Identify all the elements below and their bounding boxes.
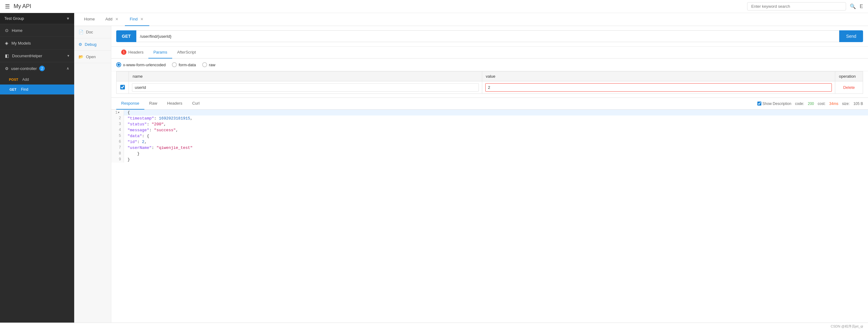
sidebar-item-my-models[interactable]: ◈ My Models bbox=[0, 37, 74, 50]
response-tab-curl[interactable]: Curl bbox=[187, 98, 205, 110]
response-tab-response-label: Response bbox=[121, 101, 140, 106]
code-line: 3"status": "200", bbox=[111, 121, 868, 127]
params-table: name value operation bbox=[116, 71, 863, 94]
controller-badge: 2 bbox=[39, 65, 45, 71]
response-tab-response[interactable]: Response bbox=[116, 98, 144, 110]
code-line: 6"id": 2, bbox=[111, 139, 868, 145]
response-tab-raw[interactable]: Raw bbox=[144, 98, 162, 110]
show-description-checkbox[interactable] bbox=[757, 102, 762, 106]
url-input[interactable] bbox=[136, 30, 840, 42]
panel-tab-headers[interactable]: 1 Headers bbox=[116, 47, 148, 58]
col-value: value bbox=[482, 72, 835, 81]
home-icon: ⊙ bbox=[5, 28, 9, 33]
group-selector[interactable]: Test Group ▼ bbox=[0, 13, 74, 24]
endpoint-add-label: Add bbox=[22, 77, 29, 82]
tab-add[interactable]: Add ✕ bbox=[100, 13, 124, 26]
panel-tab-headers-label: Headers bbox=[128, 50, 144, 54]
code-line: 9} bbox=[111, 157, 868, 163]
panel-tab-afterscript[interactable]: AfterScript bbox=[172, 47, 201, 58]
option-raw[interactable]: raw bbox=[202, 62, 215, 67]
tab-home-label: Home bbox=[84, 17, 95, 21]
panel-tabs: 1 Headers Params AfterScript bbox=[111, 47, 868, 58]
show-description-label[interactable]: Show Description bbox=[757, 102, 791, 106]
row-delete-button[interactable]: Delete bbox=[843, 85, 855, 90]
menu-icon[interactable]: ☰ bbox=[5, 3, 10, 10]
option-x-www-form-urlencoded[interactable]: x-www-form-urlencoded bbox=[116, 62, 166, 67]
tab-add-close[interactable]: ✕ bbox=[114, 17, 119, 22]
sidebar-item-document-helper[interactable]: ◧ DocumentHelper ▾ bbox=[0, 50, 74, 62]
response-tab-headers[interactable]: Headers bbox=[162, 98, 187, 110]
sidebar: Test Group ▼ ⊙ Home ◈ My Models ◧ Docume… bbox=[0, 13, 74, 323]
tab-home[interactable]: Home bbox=[79, 13, 100, 26]
tabs-bar: Home Add ✕ Find ✕ bbox=[74, 13, 868, 26]
controller-name: user-controller bbox=[11, 66, 37, 71]
app-title: My API bbox=[13, 3, 743, 9]
row-op-cell: Delete bbox=[835, 81, 863, 94]
col-operation: operation bbox=[835, 72, 863, 81]
row-name-cell bbox=[129, 81, 482, 94]
row-check-cell bbox=[117, 81, 129, 94]
search-icon[interactable]: 🔍 bbox=[850, 3, 856, 9]
line-content: { bbox=[124, 110, 868, 115]
get-method-badge: GET bbox=[7, 87, 19, 92]
row-checkbox[interactable] bbox=[120, 85, 125, 89]
method-button[interactable]: GET bbox=[116, 30, 136, 42]
sidebar-item-home[interactable]: ⊙ Home bbox=[0, 24, 74, 37]
sub-sidebar-doc[interactable]: 📄 Doc bbox=[74, 26, 111, 38]
tab-find-close[interactable]: ✕ bbox=[140, 17, 144, 22]
panel-tab-params[interactable]: Params bbox=[148, 47, 172, 58]
line-number: 8 bbox=[111, 151, 124, 157]
line-number: 2 bbox=[111, 115, 124, 121]
debug-sub-icon: ⚙ bbox=[79, 42, 82, 47]
tab-find[interactable]: Find ✕ bbox=[125, 13, 149, 26]
endpoint-get-find[interactable]: GET Find bbox=[0, 84, 74, 94]
group-name: Test Group bbox=[4, 16, 24, 21]
content-type-group: x-www-form-urlencoded form-data raw bbox=[116, 62, 863, 67]
size-label: size: bbox=[842, 102, 850, 106]
models-icon: ◈ bbox=[5, 40, 8, 46]
url-bar: GET Send bbox=[111, 26, 868, 47]
main-layout: Test Group ▼ ⊙ Home ◈ My Models ◧ Docume… bbox=[0, 13, 868, 323]
option-form-data[interactable]: form-data bbox=[172, 62, 196, 67]
sub-sidebar-debug[interactable]: ⚙ Debug bbox=[74, 38, 111, 51]
line-number: 5 bbox=[111, 133, 124, 139]
row-name-input[interactable] bbox=[132, 83, 479, 92]
tab-find-label: Find bbox=[130, 17, 137, 21]
sub-sidebar: 📄 Doc ⚙ Debug 📂 Open bbox=[74, 26, 111, 323]
line-content: } bbox=[124, 151, 868, 157]
params-table-header-row: name value operation bbox=[117, 72, 863, 81]
line-number: 7 bbox=[111, 145, 124, 151]
sub-sidebar-open[interactable]: 📂 Open bbox=[74, 51, 111, 63]
response-tab-raw-label: Raw bbox=[149, 101, 157, 106]
post-method-badge: POST bbox=[7, 77, 20, 82]
option-form-data-label: form-data bbox=[179, 62, 196, 67]
sub-sidebar-doc-label: Doc bbox=[86, 30, 93, 34]
cost-label: cost: bbox=[817, 102, 825, 106]
sidebar-item-models-label: My Models bbox=[11, 41, 31, 46]
doc-helper-icon: ◧ bbox=[5, 53, 9, 58]
content-split: 📄 Doc ⚙ Debug 📂 Open GET Send bbox=[74, 26, 868, 323]
response-code-area: 1▾{2"timestamp": 1692023181915,3"status"… bbox=[111, 110, 868, 323]
line-number: 3 bbox=[111, 121, 124, 127]
controller-left: ⚙ user-controller 2 bbox=[5, 65, 45, 71]
send-button[interactable]: Send bbox=[839, 30, 863, 42]
code-label: code: bbox=[795, 102, 804, 106]
sidebar-item-home-label: Home bbox=[12, 28, 23, 33]
sub-sidebar-debug-label: Debug bbox=[85, 42, 96, 47]
response-tabs: Response Raw Headers Curl bbox=[111, 98, 868, 110]
user-icon[interactable]: E bbox=[860, 4, 863, 9]
group-arrow-icon: ▼ bbox=[66, 17, 70, 21]
line-content: "data": { bbox=[124, 133, 868, 139]
tab-add-label: Add bbox=[105, 17, 113, 21]
response-cost-value: 34ms bbox=[829, 102, 838, 106]
user-controller-header[interactable]: ⚙ user-controller 2 ∧ bbox=[0, 62, 74, 75]
row-value-input[interactable] bbox=[485, 83, 832, 92]
line-content: "id": 2, bbox=[124, 139, 868, 145]
main-api-panel: GET Send 1 Headers Params AfterScript bbox=[111, 26, 868, 323]
response-tab-headers-label: Headers bbox=[167, 101, 182, 106]
search-input[interactable] bbox=[747, 2, 846, 10]
controller-icon: ⚙ bbox=[5, 66, 9, 71]
line-number: 1▾ bbox=[111, 110, 124, 115]
endpoint-post-add[interactable]: POST Add bbox=[0, 75, 74, 84]
controller-expand-icon: ∧ bbox=[66, 66, 69, 71]
